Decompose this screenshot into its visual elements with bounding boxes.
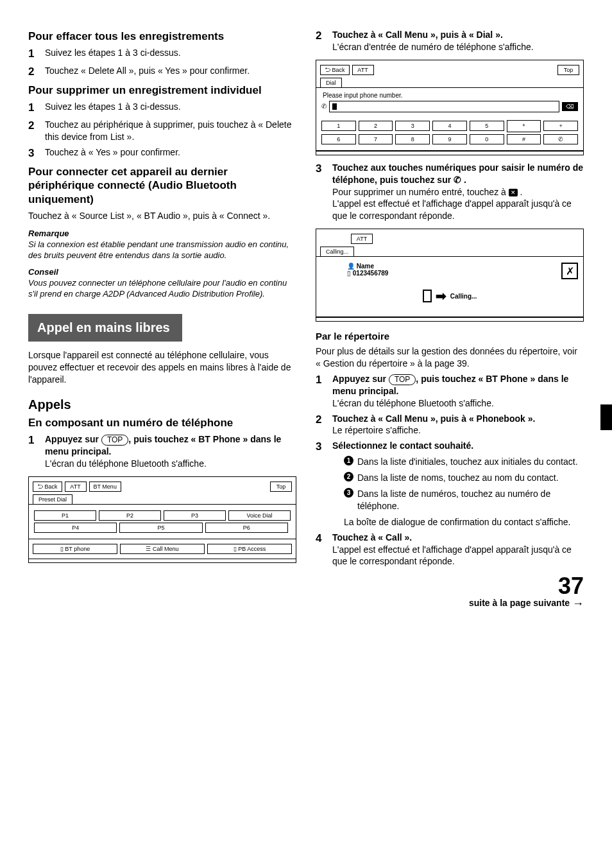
key-1: 1 — [321, 121, 356, 131]
preset-p6: P6 — [205, 523, 288, 533]
key-hash: # — [507, 134, 541, 144]
page-number: 37 — [316, 573, 584, 600]
step-cont: L'écran d'entrée de numéro de téléphone … — [332, 41, 584, 53]
step-lead: Appuyez sur — [45, 434, 101, 444]
caller-name: 👤 Name — [347, 263, 559, 270]
bullet-1-icon: 1 — [344, 456, 353, 465]
fig-att-button: ATT — [352, 65, 374, 75]
fig-top-button: Top — [557, 65, 579, 75]
fig-prompt: Please input phone number. — [321, 92, 578, 99]
arrow-icon: ➡ — [436, 288, 446, 304]
step-cont: L'écran du téléphone Bluetooth s'affiche… — [45, 458, 296, 470]
heading-compose: En composant un numéro de téléphone — [28, 416, 296, 430]
heading-repertoire: Par le répertoire — [316, 331, 584, 343]
step-text: Suivez les étapes 1 à 3 ci-dessus. — [45, 47, 296, 62]
banner-intro: Lorsque l'appareil est connecté au télép… — [28, 349, 296, 386]
heading-delete-one: Pour supprimer un enregistrement individ… — [28, 83, 296, 97]
section-banner: Appel en mains libres — [28, 314, 182, 342]
key-6: 6 — [321, 134, 356, 144]
calling-status: Calling... — [450, 293, 477, 300]
key-3: 3 — [395, 121, 430, 131]
bullet-3-icon: 3 — [344, 488, 353, 498]
repertoire-intro: Pour plus de détails sur la gestion des … — [316, 345, 584, 370]
preset-p5: P5 — [119, 523, 202, 533]
fig-top-button: Top — [270, 482, 292, 492]
figure-calling: ATT Calling... 👤 Name ▯ 0123456789 ✗ ➡ C… — [316, 229, 584, 322]
caller-number: ▯ 0123456789 — [347, 270, 559, 277]
key-0: 0 — [470, 134, 504, 144]
heading-reconnect: Pour connecter cet appareil au dernier p… — [28, 165, 296, 206]
step-num: 1 — [28, 47, 45, 62]
delete-icon: ✕ — [509, 189, 518, 196]
fig-att-button: ATT — [65, 482, 87, 492]
fig-btphone: ▯ BT phone — [33, 544, 117, 554]
key-5: 5 — [470, 121, 504, 131]
voice-dial: Voice Dial — [228, 510, 291, 521]
left-column: Pour effacer tous les enregistrements 1S… — [28, 26, 296, 611]
remark-text: Si la connexion est établie pendant une … — [28, 239, 296, 261]
key-call: ✆ — [543, 134, 578, 144]
preset-p3: P3 — [164, 510, 226, 521]
fig-tab: Preset Dial — [33, 494, 72, 504]
remark-label: Remarque — [28, 229, 296, 238]
fig-att-button: ATT — [351, 234, 373, 244]
figure-preset-dial: ⮌ Back ATT BT Menu Top Preset Dial P1 P2… — [28, 476, 296, 563]
key-star: ＊ — [507, 120, 541, 132]
delete-icon: ⌫ — [562, 102, 578, 111]
preset-p4: P4 — [34, 523, 117, 533]
edge-tab — [600, 404, 612, 430]
key-2: 2 — [359, 121, 393, 131]
step-num: 2 — [28, 65, 45, 80]
footer-continue: suite à la page suivante → — [316, 597, 584, 611]
handset-icon: ✆ — [454, 175, 461, 185]
heading-erase-all: Pour effacer tous les enregistrements — [28, 30, 296, 43]
preset-p1: P1 — [34, 510, 96, 521]
bullet-2-icon: 2 — [344, 472, 353, 482]
tip-text: Vous pouvez connecter un téléphone cellu… — [28, 278, 296, 300]
fig-callmenu: ☰ Call Menu — [120, 544, 205, 554]
device-icon — [423, 290, 432, 302]
key-8: 8 — [395, 134, 430, 144]
hangup-icon: ✗ — [561, 263, 578, 279]
fig-tab: Calling... — [320, 247, 354, 256]
step-cont: L'appel est effectué et l'affichage d'ap… — [332, 198, 584, 222]
figure-dial: ⮌ Back ATT Top Dial Please input phone n… — [316, 60, 584, 155]
right-column: 2 Touchez à « Call Menu », puis à « Dial… — [316, 26, 584, 611]
step-lead: Touchez à « Call Menu », puis à « Dial »… — [332, 29, 584, 41]
arrow-right-icon: → — [572, 597, 584, 610]
reconnect-text: Touchez à « Source List », « BT Audio »,… — [28, 210, 296, 222]
key-7: 7 — [359, 134, 393, 144]
fig-back-button: ⮌ Back — [33, 482, 62, 492]
fig-back-button: ⮌ Back — [320, 65, 350, 75]
fig-btmenu-button: BT Menu — [89, 482, 121, 492]
key-plus: + — [543, 121, 578, 131]
phone-input — [329, 101, 559, 112]
top-button-icon: TOP — [101, 435, 128, 446]
fig-pbaccess: ▯ PB Access — [207, 544, 292, 554]
key-9: 9 — [432, 134, 467, 144]
key-4: 4 — [432, 121, 467, 131]
preset-p2: P2 — [99, 510, 161, 521]
fig-tab: Dial — [320, 78, 342, 87]
heading-appels: Appels — [28, 397, 296, 412]
top-button-icon: TOP — [389, 374, 416, 385]
handset-icon: ✆ — [321, 103, 327, 110]
step-text: Touchez « Delete All », puis « Yes » pou… — [45, 65, 296, 80]
tip-label: Conseil — [28, 267, 296, 277]
